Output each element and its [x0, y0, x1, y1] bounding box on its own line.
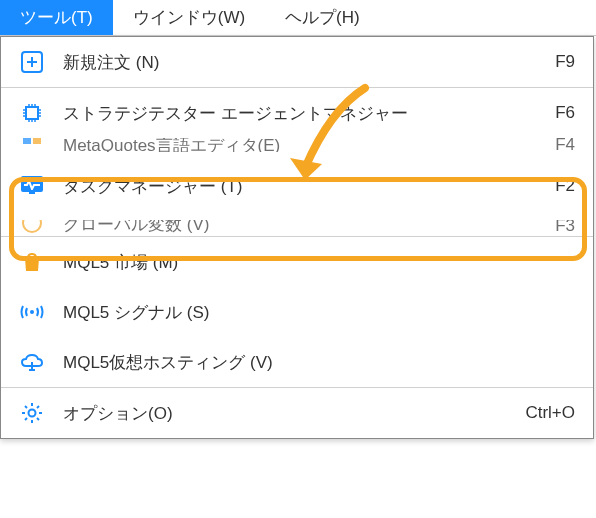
svg-line-32	[37, 406, 39, 408]
menu-item-mql5-signals[interactable]: MQL5 シグナル (S)	[1, 287, 593, 337]
menu-window[interactable]: ウインドウ(W)	[113, 0, 265, 35]
svg-line-29	[25, 406, 27, 408]
menu-item-strategy-tester[interactable]: ストラテジテスター エージェントマネジャー F6	[1, 88, 593, 138]
menu-shortcut: F4	[555, 138, 575, 152]
menu-shortcut: F3	[555, 220, 575, 236]
menu-item-options[interactable]: オプション(O) Ctrl+O	[1, 388, 593, 438]
svg-line-31	[25, 418, 27, 420]
svg-point-20	[23, 220, 41, 232]
menu-label: タスクマネージャー (T)	[63, 175, 535, 198]
menu-bar: ツール(T) ウインドウ(W) ヘルプ(H)	[0, 0, 596, 36]
menu-shortcut: F9	[555, 52, 575, 72]
menu-label: MQL5 シグナル (S)	[63, 301, 555, 324]
menu-label: 新規注文 (N)	[63, 51, 535, 74]
cloud-icon	[19, 349, 45, 375]
menu-label: オプション(O)	[63, 402, 505, 425]
menu-label: MQL5 市場 (M)	[63, 251, 555, 274]
menu-item-mql5-market[interactable]: MQL5 市場 (M)	[1, 237, 593, 287]
monitor-activity-icon	[19, 173, 45, 199]
menu-item-metaquotes-editor[interactable]: MetaQuotes言語エディタ(E) F4	[1, 138, 593, 152]
signal-icon	[19, 299, 45, 325]
menu-item-new-order[interactable]: 新規注文 (N) F9	[1, 37, 593, 87]
menu-label: MetaQuotes言語エディタ(E)	[63, 138, 535, 152]
menu-shortcut: F6	[555, 103, 575, 123]
plus-box-icon	[19, 49, 45, 75]
menu-tools[interactable]: ツール(T)	[0, 0, 113, 35]
editor-icon	[19, 138, 45, 152]
svg-rect-3	[26, 107, 38, 119]
svg-line-30	[37, 418, 39, 420]
menu-label: ストラテジテスター エージェントマネジャー	[63, 102, 535, 125]
svg-point-24	[29, 410, 36, 417]
svg-rect-16	[23, 138, 31, 144]
menu-item-global-vars[interactable]: グローバル変数 (V) F3	[1, 220, 593, 236]
shopping-bag-icon	[19, 249, 45, 275]
menu-item-task-manager[interactable]: タスクマネージャー (T) F2	[1, 152, 593, 220]
gear-icon	[19, 400, 45, 426]
menu-shortcut: F2	[555, 176, 575, 196]
menu-label: MQL5仮想ホスティング (V)	[63, 351, 555, 374]
tools-dropdown: 新規注文 (N) F9 ストラテジテスター エージェントマネジャー F6 Met…	[0, 36, 594, 439]
chip-icon	[19, 100, 45, 126]
svg-point-21	[30, 310, 34, 314]
globe-icon	[19, 220, 45, 236]
menu-label: グローバル変数 (V)	[63, 220, 535, 236]
menu-item-mql5-hosting[interactable]: MQL5仮想ホスティング (V)	[1, 337, 593, 387]
menu-shortcut: Ctrl+O	[525, 403, 575, 423]
svg-rect-17	[33, 138, 41, 144]
menu-help[interactable]: ヘルプ(H)	[265, 0, 380, 35]
